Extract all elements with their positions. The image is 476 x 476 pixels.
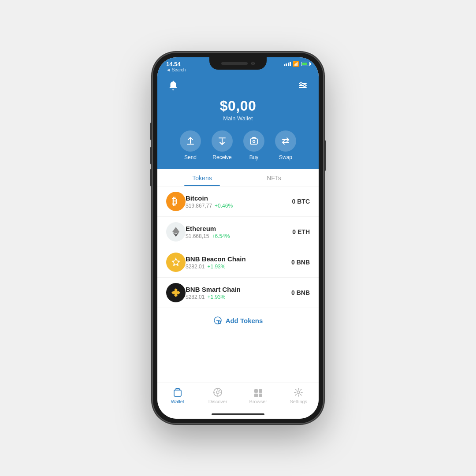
svg-rect-7 bbox=[250, 139, 257, 144]
header-top-row bbox=[166, 78, 310, 93]
svg-point-8 bbox=[253, 141, 255, 143]
wifi-icon: 📶 bbox=[293, 61, 299, 67]
back-button[interactable]: ◄ Search bbox=[166, 67, 186, 72]
svg-rect-30 bbox=[254, 389, 258, 393]
ethereum-change: +6.54% bbox=[212, 233, 230, 239]
nav-discover[interactable]: Discover bbox=[198, 387, 238, 404]
bnb-beacon-change: +1.93% bbox=[207, 264, 225, 270]
bnb-beacon-price: $282,01 bbox=[186, 264, 205, 270]
svg-point-4 bbox=[304, 85, 306, 87]
nav-browser[interactable]: Browser bbox=[238, 387, 279, 404]
add-tokens-label: Add Tokens bbox=[226, 317, 263, 324]
svg-rect-31 bbox=[259, 389, 262, 393]
filter-icon[interactable] bbox=[296, 78, 310, 93]
bitcoin-price: $19.867,77 bbox=[186, 203, 212, 209]
send-label: Send bbox=[184, 154, 197, 160]
battery-icon bbox=[301, 62, 310, 66]
receive-label: Receive bbox=[212, 154, 231, 160]
receive-button[interactable]: Receive bbox=[212, 130, 233, 160]
nav-wallet-label: Wallet bbox=[171, 399, 184, 404]
nav-settings[interactable]: Settings bbox=[279, 387, 319, 404]
header-blue: $0,00 Main Wallet Send bbox=[157, 77, 319, 169]
bitcoin-icon: ₿ bbox=[166, 192, 186, 211]
token-list: ₿ Bitcoin $19.867,77 +0.46% 0 BTC bbox=[157, 186, 319, 333]
swap-button[interactable]: Swap bbox=[275, 130, 296, 160]
bnb-beacon-name: BNB Beacon Chain bbox=[186, 255, 291, 263]
status-bar: 14.54 ◄ Search 📶 bbox=[157, 57, 319, 77]
tab-nfts[interactable]: NFTs bbox=[238, 169, 310, 186]
bnb-beacon-info: BNB Beacon Chain $282,01 +1.93% bbox=[186, 255, 291, 270]
bitcoin-change: +0.46% bbox=[215, 203, 233, 209]
svg-rect-33 bbox=[259, 394, 262, 397]
tab-tokens[interactable]: Tokens bbox=[166, 169, 238, 186]
wallet-label: Main Wallet bbox=[166, 115, 310, 122]
bnb-smart-change: +1.93% bbox=[207, 294, 225, 300]
nav-browser-label: Browser bbox=[249, 399, 267, 404]
tabs-row: Tokens NFTs bbox=[157, 169, 319, 186]
token-row-bnb-beacon[interactable]: BNB Beacon Chain $282,01 +1.93% 0 BNB bbox=[157, 247, 319, 278]
token-row-bitcoin[interactable]: ₿ Bitcoin $19.867,77 +0.46% 0 BTC bbox=[157, 186, 319, 217]
buy-button[interactable]: Buy bbox=[243, 130, 264, 160]
svg-point-3 bbox=[300, 82, 302, 85]
content-area: Tokens NFTs ₿ Bitcoin $19.867,77 bbox=[157, 169, 319, 333]
status-icons: 📶 bbox=[284, 61, 310, 67]
status-time: 14.54 bbox=[166, 61, 186, 67]
bnb-smart-info: BNB Smart Chain $282,01 +1.93% bbox=[186, 286, 291, 300]
token-row-ethereum[interactable]: Ethereum $1.668,15 +6.54% 0 ETH bbox=[157, 217, 319, 247]
buy-label: Buy bbox=[249, 154, 259, 160]
bitcoin-balance: 0 BTC bbox=[292, 198, 310, 205]
send-button[interactable]: Send bbox=[180, 130, 201, 160]
swap-label: Swap bbox=[279, 154, 292, 160]
add-tokens-button[interactable]: Add Tokens bbox=[157, 308, 319, 333]
bnb-smart-balance: 0 BNB bbox=[291, 289, 310, 296]
ethereum-icon bbox=[166, 222, 186, 242]
bnb-smart-name: BNB Smart Chain bbox=[186, 286, 291, 293]
ethereum-name: Ethereum bbox=[186, 225, 292, 232]
notifications-icon[interactable] bbox=[166, 78, 180, 93]
nav-wallet[interactable]: Wallet bbox=[157, 387, 198, 404]
bitcoin-name: Bitcoin bbox=[186, 194, 292, 202]
home-indicator bbox=[212, 413, 264, 415]
bnb-smart-icon bbox=[166, 283, 186, 302]
svg-marker-10 bbox=[172, 227, 179, 234]
svg-rect-18 bbox=[174, 291, 178, 294]
bnb-beacon-balance: 0 BNB bbox=[291, 259, 310, 266]
speaker bbox=[221, 62, 248, 65]
bnb-beacon-icon bbox=[166, 253, 186, 272]
ethereum-price: $1.668,15 bbox=[186, 233, 209, 239]
svg-point-34 bbox=[297, 391, 300, 394]
svg-point-25 bbox=[216, 391, 219, 394]
camera bbox=[251, 62, 255, 65]
signal-icon bbox=[284, 62, 291, 66]
svg-rect-32 bbox=[254, 394, 258, 397]
bottom-nav: Wallet Discover bbox=[157, 383, 319, 419]
notch bbox=[209, 57, 267, 70]
phone-screen: 14.54 ◄ Search 📶 bbox=[157, 57, 319, 419]
balance-amount: $0,00 bbox=[166, 98, 310, 114]
balance-section: $0,00 Main Wallet bbox=[166, 98, 310, 122]
token-row-bnb-smart[interactable]: BNB Smart Chain $282,01 +1.93% 0 BNB bbox=[157, 278, 319, 308]
phone-shell: 14.54 ◄ Search 📶 bbox=[152, 52, 324, 424]
svg-text:₿: ₿ bbox=[172, 196, 177, 207]
nav-discover-label: Discover bbox=[208, 399, 227, 404]
action-buttons: Send Receive bbox=[166, 130, 310, 160]
ethereum-balance: 0 ETH bbox=[292, 228, 310, 235]
ethereum-info: Ethereum $1.668,15 +6.54% bbox=[186, 225, 292, 239]
bnb-smart-price: $282,01 bbox=[186, 294, 205, 300]
bitcoin-info: Bitcoin $19.867,77 +0.46% bbox=[186, 194, 292, 209]
nav-settings-label: Settings bbox=[290, 399, 307, 404]
